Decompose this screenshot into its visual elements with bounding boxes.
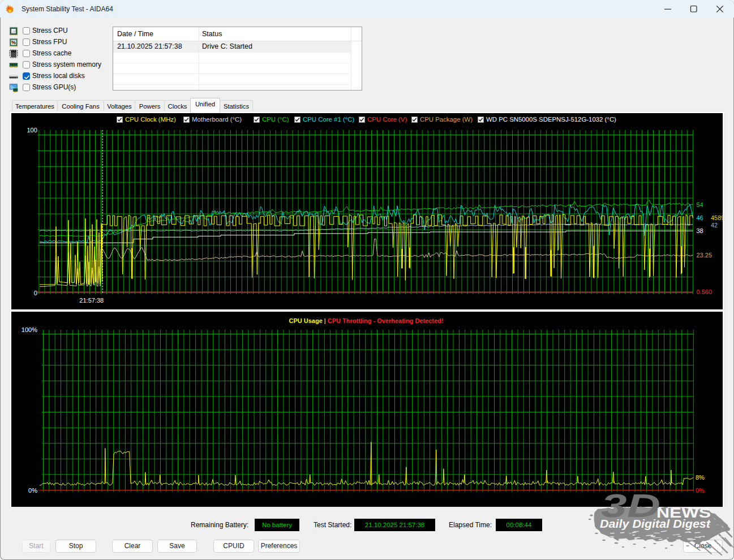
svg-text:8%: 8%: [696, 474, 705, 481]
svg-text:0: 0: [34, 290, 37, 296]
svg-text:23.25: 23.25: [697, 252, 712, 259]
svg-text:46: 46: [697, 214, 703, 221]
svg-text:42: 42: [711, 222, 718, 229]
svg-text:38: 38: [697, 227, 703, 234]
svg-text:0.560: 0.560: [697, 288, 712, 295]
svg-text:100%: 100%: [22, 326, 37, 333]
svg-text:CPU Usage | CPU Throttling - O: CPU Usage | CPU Throttling - Overheating…: [289, 317, 443, 324]
svg-text:54: 54: [697, 201, 703, 208]
svg-text:4589: 4589: [711, 214, 723, 221]
svg-text:Daily Digital Digest: Daily Digital Digest: [600, 518, 711, 530]
svg-text:100: 100: [27, 127, 37, 133]
svg-text:0%: 0%: [28, 487, 37, 494]
svg-text:21:57:38: 21:57:38: [79, 297, 104, 304]
svg-text:%: %: [11, 39, 16, 45]
